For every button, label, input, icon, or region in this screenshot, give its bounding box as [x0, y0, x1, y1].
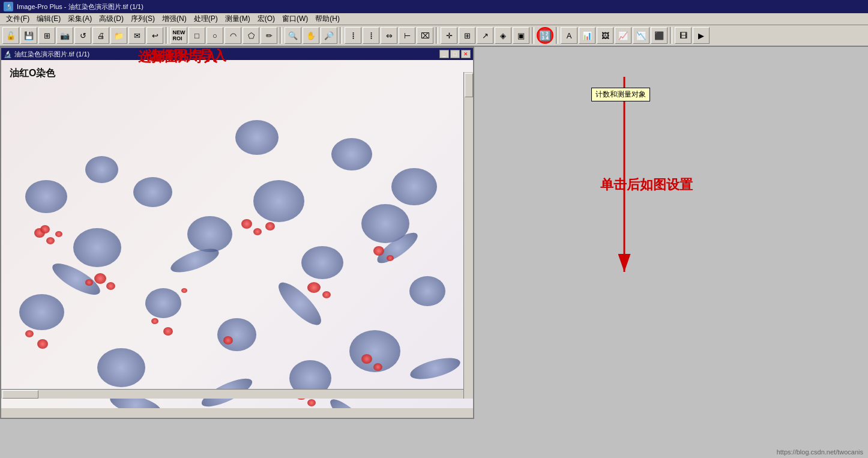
menu-help[interactable]: 帮助(H) — [312, 13, 343, 25]
annotation-area: 计数和测量对象 选择图片导入 单击后如图设置 📊 Count / Size _ … — [474, 47, 868, 458]
toolbar-red-btn[interactable]: ⬛ — [651, 27, 668, 44]
toolbar-ellipse-btn[interactable]: ○ — [206, 27, 223, 44]
toolbar-folder-btn[interactable]: 📁 — [110, 27, 127, 44]
toolbar-grid2-btn[interactable]: ⊞ — [459, 27, 475, 44]
toolbar-sep6 — [556, 27, 558, 44]
tooltip-label: 计数和测量对象 — [591, 88, 650, 101]
toolbar-rulers-btn[interactable]: ⊢ — [399, 27, 415, 44]
menu-bar: 文件(F) 编辑(E) 采集(A) 高级(D) 序列(S) 增强(N) 处理(P… — [0, 13, 868, 25]
menu-enhance[interactable]: 增强(N) — [158, 13, 190, 25]
image-win-title: 🔬 油红染色演示图片.tif (1/1) — [4, 50, 89, 59]
image-canvas: 油红O染色 — [1, 60, 473, 408]
toolbar-arc-btn[interactable]: ◠ — [225, 27, 241, 44]
toolbar-open-btn[interactable]: 🔓 — [2, 27, 19, 44]
image-window-titlebar: 🔬 油红染色演示图片.tif (1/1) _ □ ✕ — [1, 48, 473, 60]
toolbar-special2-btn[interactable]: ▣ — [513, 27, 529, 44]
app-title: Image-Pro Plus - 油红染色演示图片.tif (1/1) — [17, 2, 143, 11]
toolbar-rect-btn[interactable]: □ — [188, 27, 205, 44]
main-area: 🔬 油红染色演示图片.tif (1/1) _ □ ✕ 油红O染色 — [0, 47, 868, 458]
image-scrollbar-h[interactable] — [1, 389, 463, 399]
toolbar-grid-btn[interactable]: ⊞ — [38, 27, 55, 44]
toolbar-sep5 — [532, 27, 534, 44]
toolbar-histogram-btn[interactable]: 📈 — [615, 27, 631, 44]
win-controls: _ □ ✕ — [439, 50, 471, 58]
toolbar-rotate-btn[interactable]: ↺ — [74, 27, 91, 44]
toolbar-graph-btn[interactable]: 📉 — [633, 27, 649, 44]
menu-advanced[interactable]: 高级(D) — [95, 13, 127, 25]
toolbar-roi-btn[interactable]: NEWROI — [170, 27, 187, 44]
win-minimize-btn[interactable]: _ — [439, 50, 449, 58]
toolbar-polygon-btn[interactable]: ⬠ — [243, 27, 259, 44]
win-maximize-btn[interactable]: □ — [450, 50, 460, 58]
toolbar-zoom-out-btn[interactable]: 🔎 — [321, 27, 337, 44]
toolbar-calibration-btn[interactable]: ⇔ — [381, 27, 397, 44]
image-win-title-text: 油红染色演示图片.tif (1/1) — [14, 50, 89, 59]
toolbar-sep3 — [340, 27, 342, 44]
app-icon: 🔬 — [4, 2, 13, 11]
toolbar-line2-btn[interactable]: ⁞ — [363, 27, 379, 44]
toolbar-video-btn[interactable]: ▶ — [693, 27, 710, 44]
toolbar-sep7 — [670, 27, 672, 44]
toolbar-zoom-in-btn[interactable]: 🔍 — [285, 27, 301, 44]
menu-process[interactable]: 处理(P) — [190, 13, 222, 25]
win-close-btn[interactable]: ✕ — [461, 50, 471, 58]
menu-macro[interactable]: 宏(O) — [254, 13, 279, 25]
image-content: 油红O染色 — [1, 60, 473, 408]
toolbar-save-btn[interactable]: 💾 — [20, 27, 37, 44]
image-win-icon: 🔬 — [4, 50, 12, 58]
image-label: 油红O染色 — [10, 67, 55, 80]
toolbar-print-btn[interactable]: 🖨 — [92, 27, 109, 44]
menu-measure[interactable]: 测量(M) — [222, 13, 254, 25]
annotation-click-instruction: 单击后如图设置 — [600, 176, 693, 194]
toolbar-line1-btn[interactable]: ⁞ — [345, 27, 361, 44]
watermark: https://blog.csdn.net/twocanis — [777, 448, 863, 456]
menu-edit[interactable]: 编辑(E) — [33, 13, 64, 25]
toolbar-filmstrip-btn[interactable]: 🎞 — [675, 27, 692, 44]
toolbar-count-measure-btn[interactable]: 🔢 — [537, 27, 553, 44]
toolbar-sep2 — [280, 27, 282, 44]
toolbar-camera-btn[interactable]: 📷 — [56, 27, 73, 44]
toolbar-sep4 — [436, 27, 438, 44]
toolbar-pencil-btn[interactable]: ✏ — [261, 27, 277, 44]
toolbar-envelope-btn[interactable]: ✉ — [128, 27, 145, 44]
toolbar-photo-btn[interactable]: 🖼 — [597, 27, 613, 44]
toolbar-hand-btn[interactable]: ✋ — [303, 27, 319, 44]
toolbar-text-btn[interactable]: A — [561, 27, 577, 44]
menu-sequence[interactable]: 序列(S) — [127, 13, 158, 25]
menu-file[interactable]: 文件(F) — [2, 13, 33, 25]
toolbar-crosshair-btn[interactable]: ✛ — [441, 27, 457, 44]
image-scrollbar-v[interactable] — [463, 72, 473, 399]
image-window: 🔬 油红染色演示图片.tif (1/1) _ □ ✕ 油红O染色 — [0, 47, 474, 419]
toolbar-special1-btn[interactable]: ◈ — [495, 27, 511, 44]
toolbar: 🔓 💾 ⊞ 📷 ↺ 🖨 📁 ✉ ↩ NEWROI □ ○ ◠ ⬠ ✏ 🔍 ✋ 🔎… — [0, 25, 868, 47]
toolbar-sep1 — [166, 27, 168, 44]
menu-capture[interactable]: 采集(A) — [64, 13, 95, 25]
toolbar-arrow-btn[interactable]: ↗ — [477, 27, 493, 44]
toolbar-eraser-btn[interactable]: ⌧ — [417, 27, 433, 44]
title-bar: 🔬 Image-Pro Plus - 油红染色演示图片.tif (1/1) — [0, 0, 868, 13]
annotation-select-image: 选择图片导入 — [147, 47, 226, 65]
toolbar-undo-btn[interactable]: ↩ — [146, 27, 163, 44]
toolbar-chart-btn[interactable]: 📊 — [579, 27, 595, 44]
annotation-svg — [474, 47, 868, 458]
menu-window[interactable]: 窗口(W) — [279, 13, 312, 25]
